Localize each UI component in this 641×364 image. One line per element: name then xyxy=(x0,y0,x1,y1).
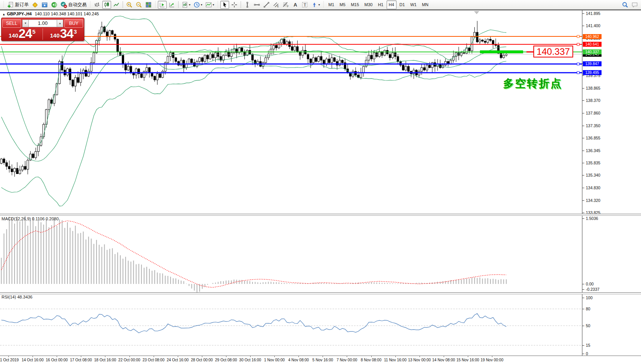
sell-price[interactable]: 140 24 5 xyxy=(2,28,43,41)
textT-icon: T xyxy=(302,2,308,8)
trendline-button[interactable] xyxy=(262,1,271,9)
timeframe-h1-button[interactable]: H1 xyxy=(375,0,385,9)
pane-separator[interactable] xyxy=(0,214,641,216)
scroll-end-icon xyxy=(159,2,166,8)
timeframe-m30-button[interactable]: M30 xyxy=(362,0,375,9)
axis-tick xyxy=(582,26,584,26)
axis-tick xyxy=(582,200,584,201)
autotrade-icon xyxy=(61,2,67,8)
time-axis[interactable]: 11 Oct 201914 Oct 16:0016 Oct 00:0017 Oc… xyxy=(0,356,641,364)
volume-increase-button[interactable]: ▲ xyxy=(57,20,63,27)
price-axis[interactable]: 141.895141.400140.890140.380139.875139.3… xyxy=(582,10,641,356)
new-order-button[interactable]: 新订单 xyxy=(6,1,30,9)
axis-tick xyxy=(582,326,584,326)
crosshair-icon xyxy=(231,2,238,8)
volume-decrease-button[interactable]: ▼ xyxy=(22,20,29,27)
new-chart-dropdown[interactable]: ▾ xyxy=(180,1,192,9)
rsi-pane[interactable] xyxy=(0,294,582,355)
search-button[interactable] xyxy=(621,1,630,9)
tile-windows-button[interactable] xyxy=(144,1,153,9)
terminal-window-button[interactable] xyxy=(40,1,49,9)
quotes-button[interactable] xyxy=(31,1,39,9)
auto-scroll-icon xyxy=(169,2,175,8)
timeframe-h4-button[interactable]: H4 xyxy=(387,0,397,9)
macd-pane[interactable] xyxy=(0,216,582,292)
macd-axis-label: 0.00 xyxy=(586,282,593,286)
time-tick xyxy=(323,356,323,357)
axis-tick xyxy=(582,284,584,284)
toolbar-separator xyxy=(178,1,179,8)
doc-chart-icon xyxy=(182,2,188,8)
mt4-terminal: 新订单自动交易▾▾▾EFAT▾M1M5M15M30H1H4D1W1MN ▲GBP… xyxy=(0,0,641,364)
crosshair-button[interactable] xyxy=(230,1,239,9)
candlestick-chart-button[interactable] xyxy=(102,1,111,9)
volume-input[interactable] xyxy=(29,20,57,27)
time-tick-label: 11 Nov 16:00 xyxy=(384,358,407,362)
bar-chart-button[interactable] xyxy=(93,1,102,9)
arrows-dropdown[interactable]: ▾ xyxy=(310,1,321,9)
auto-scroll-button[interactable] xyxy=(167,1,176,9)
chat-button[interactable] xyxy=(630,1,639,9)
time-tick-label: 24 Oct 16:00 xyxy=(167,358,189,362)
buy-price[interactable]: 140 34 3 xyxy=(43,28,84,41)
one-click-trading-panel: SELL ▼ ▲ BUY 140 24 5 140 34 3 xyxy=(1,18,84,41)
vertical-line-button[interactable] xyxy=(243,1,252,9)
timeframe-m15-button[interactable]: M15 xyxy=(349,0,361,9)
toolbar-drag-handle[interactable] xyxy=(323,1,325,8)
time-tick xyxy=(81,356,81,357)
signals-button[interactable] xyxy=(50,1,59,9)
chevron-down-icon[interactable]: ▾ xyxy=(201,3,202,7)
price-chart[interactable] xyxy=(0,10,582,214)
price-level-label: 140.337 xyxy=(583,49,602,54)
macd-axis-label: 1.5036 xyxy=(586,216,598,221)
timeframe-m1-button[interactable]: M1 xyxy=(326,0,336,9)
chart-annotation-text[interactable]: 多空转折点 xyxy=(503,76,562,91)
toolbar-drag-handle[interactable] xyxy=(217,1,219,8)
axis-tick xyxy=(582,175,584,175)
toolbar-drag-handle[interactable] xyxy=(3,1,5,8)
timeframe-mn-button[interactable]: MN xyxy=(420,0,431,9)
timeframe-w1-button[interactable]: W1 xyxy=(408,0,419,9)
chart-shift-marker-icon[interactable] xyxy=(474,11,479,14)
timeframe-m5-button[interactable]: M5 xyxy=(337,0,348,9)
time-tick-label: 13 Nov 00:00 xyxy=(408,358,431,362)
toolbar-drag-handle[interactable] xyxy=(89,1,91,8)
chevron-down-icon[interactable]: ▾ xyxy=(213,3,214,7)
collapse-triangle-icon[interactable]: ▲ xyxy=(2,13,5,16)
svg-text:E: E xyxy=(277,5,279,8)
indicators-dropdown[interactable]: ▾ xyxy=(204,1,215,9)
fibonacci-button[interactable]: F xyxy=(281,1,290,9)
quote-header: ▲GBPJPY-,H4140.110 140.348 140.101 140.2… xyxy=(2,11,99,16)
text-label-button[interactable]: T xyxy=(300,1,309,9)
axis-tick xyxy=(582,100,584,101)
axis-tick xyxy=(582,345,584,346)
buy-price-base: 140 xyxy=(50,32,59,39)
equidistant-channel-button[interactable]: E xyxy=(272,1,280,9)
text-button[interactable]: A xyxy=(291,1,300,9)
chevron-down-icon[interactable]: ▾ xyxy=(318,3,320,7)
chat-icon xyxy=(631,2,638,8)
zoom-in-button[interactable] xyxy=(125,1,134,9)
time-tick xyxy=(130,356,130,357)
price-tick-label: 135.340 xyxy=(586,173,600,177)
periodicity-dropdown[interactable]: ▾ xyxy=(192,1,203,9)
pane-separator[interactable] xyxy=(0,292,641,294)
time-tick-label: 18 Oct 16:00 xyxy=(94,358,116,362)
line-chart-button[interactable] xyxy=(112,1,121,9)
axis-tick xyxy=(582,138,584,138)
scroll-to-end-button[interactable] xyxy=(158,1,167,9)
cursor-button[interactable] xyxy=(220,1,229,9)
chevron-down-icon[interactable]: ▾ xyxy=(189,3,190,7)
zoom-in-icon xyxy=(126,2,133,8)
toolbar-drag-handle[interactable] xyxy=(154,1,156,8)
horizontal-line-button[interactable] xyxy=(252,1,261,9)
timeframe-d1-button[interactable]: D1 xyxy=(397,0,407,9)
price-tick-label: 137.860 xyxy=(586,111,600,115)
price-callout[interactable]: 140.337 xyxy=(533,46,573,57)
indicator-icon xyxy=(205,2,212,8)
time-tick-label: 14 Oct 16:00 xyxy=(21,358,43,362)
trend-icon xyxy=(263,2,270,8)
axis-tick xyxy=(582,13,584,14)
zoom-out-button[interactable] xyxy=(134,1,143,9)
autotrading-button[interactable]: 自动交易 xyxy=(59,1,88,9)
